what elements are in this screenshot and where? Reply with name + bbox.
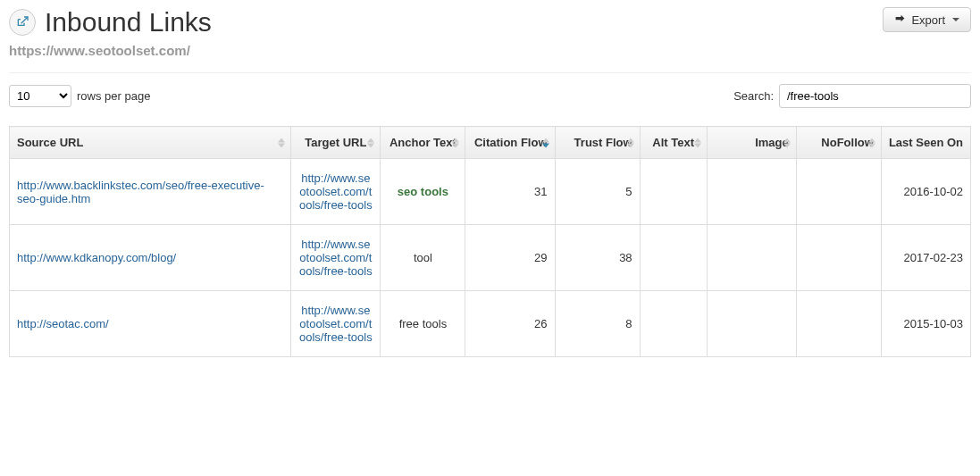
alt-text-cell [640,159,707,225]
anchor-text-cell: tool [381,225,465,291]
inbound-links-icon [9,9,36,36]
alt-text-cell [640,225,707,291]
rows-per-page-select[interactable]: 10 [9,85,71,107]
image-cell [707,225,796,291]
image-cell [707,159,796,225]
page-header: Inbound Links Export [9,7,971,38]
export-label: Export [911,13,945,27]
col-nofollow[interactable]: NoFollow [796,127,881,159]
trust-flow-cell: 38 [555,225,640,291]
table-row: http://seotac.com/http://www.seotoolset.… [10,291,971,357]
last-seen-cell: 2016-10-02 [881,159,970,225]
col-anchor-text[interactable]: Anchor Text [381,127,465,159]
image-cell [707,291,796,357]
col-last-seen[interactable]: Last Seen On [881,127,970,159]
sort-icon [783,138,791,147]
site-url: https://www.seotoolset.com/ [9,43,971,58]
divider [9,72,971,73]
table-row: http://www.kdkanopy.com/blog/http://www.… [10,225,971,291]
sort-icon [542,138,549,147]
nofollow-cell [796,225,881,291]
citation-flow-cell: 31 [465,159,555,225]
nofollow-cell [796,159,881,225]
anchor-text-cell: free tools [381,291,465,357]
sort-icon [278,138,285,147]
sort-icon [627,138,634,147]
citation-flow-cell: 29 [465,225,555,291]
source-url-link[interactable]: http://seotac.com/ [17,317,109,330]
col-source-url[interactable]: Source URL [10,127,291,159]
target-url-link[interactable]: http://www.seotoolset.com/tools/free-too… [299,238,373,278]
anchor-text-cell: seo tools [381,159,465,225]
inbound-links-table: Source URL Target URL Anchor Text Citati… [9,126,971,357]
source-url-link[interactable]: http://www.kdkanopy.com/blog/ [17,251,176,264]
col-trust-flow[interactable]: Trust Flow [555,127,640,159]
sort-icon [868,138,875,147]
export-button[interactable]: Export [883,7,971,32]
search-input[interactable] [779,84,971,108]
table-controls: 10 rows per page Search: [9,84,971,108]
source-url-link[interactable]: http://www.backlinkstec.com/seo/free-exe… [17,179,264,205]
last-seen-cell: 2017-02-23 [881,225,970,291]
sort-icon [452,138,459,147]
trust-flow-cell: 5 [555,159,640,225]
rows-per-page-control: 10 rows per page [9,85,150,107]
table-row: http://www.backlinkstec.com/seo/free-exe… [10,159,971,225]
col-alt-text[interactable]: Alt Text [640,127,707,159]
citation-flow-cell: 26 [465,291,555,357]
caret-down-icon [952,18,959,21]
last-seen-cell: 2015-10-03 [881,291,970,357]
target-url-link[interactable]: http://www.seotoolset.com/tools/free-too… [299,304,373,344]
target-url-link[interactable]: http://www.seotoolset.com/tools/free-too… [299,171,373,212]
sort-icon [694,138,701,147]
title-wrap: Inbound Links [9,7,212,38]
search-control: Search: [733,84,971,108]
trust-flow-cell: 8 [555,291,640,357]
alt-text-cell [640,291,707,357]
sort-icon [367,138,374,147]
share-icon [894,13,906,27]
col-citation-flow[interactable]: Citation Flow [465,127,555,159]
search-label: Search: [733,89,774,103]
col-target-url[interactable]: Target URL [291,127,381,159]
nofollow-cell [796,291,881,357]
col-image[interactable]: Image [707,127,796,159]
page-title: Inbound Links [45,7,212,38]
rows-per-page-label: rows per page [77,89,150,103]
